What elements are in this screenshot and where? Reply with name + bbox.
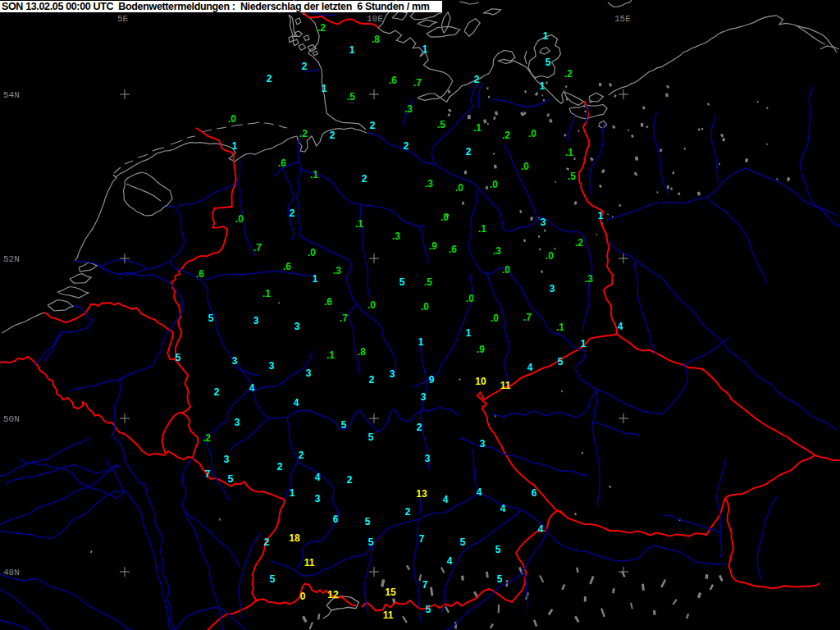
svg-text:.0: .0 [466,293,474,304]
svg-text:15: 15 [385,587,396,598]
svg-text:.5: .5 [437,119,445,130]
svg-text:2: 2 [277,461,283,472]
svg-text:.9: .9 [477,344,485,355]
svg-text:3: 3 [425,453,431,464]
svg-text:.7: .7 [253,242,262,253]
svg-text:2: 2 [347,474,353,486]
svg-text:3: 3 [232,355,238,367]
svg-text:1: 1 [418,336,424,348]
svg-text:5: 5 [176,352,181,363]
svg-text:.0: .0 [228,113,236,125]
svg-text:50N: 50N [3,414,20,424]
svg-text:3: 3 [294,321,300,332]
svg-text:5: 5 [368,536,374,548]
svg-text:3: 3 [541,217,546,228]
svg-text:.0: .0 [521,161,529,172]
svg-text:1: 1 [466,327,472,339]
svg-text:11: 11 [500,380,511,391]
svg-text:5: 5 [546,57,551,68]
svg-text:11: 11 [304,557,315,568]
svg-text:7: 7 [205,468,211,480]
svg-text:.0: .0 [528,128,536,139]
svg-text:.2: .2 [575,237,583,249]
svg-text:.1: .1 [326,349,335,361]
svg-text:3: 3 [315,493,321,504]
svg-text:.6: .6 [389,75,397,86]
svg-text:.6: .6 [283,261,291,272]
svg-text:3: 3 [390,368,395,380]
svg-text:5: 5 [497,573,503,585]
svg-text:.1: .1 [310,169,318,180]
svg-text:12: 12 [327,589,339,600]
svg-text:10E: 10E [367,14,383,24]
svg-text:2: 2 [214,386,220,398]
svg-text:2: 2 [330,130,336,141]
svg-text:5: 5 [270,573,276,585]
svg-text:.7: .7 [523,312,532,323]
svg-text:5: 5 [368,431,374,443]
svg-text:.7: .7 [340,313,348,324]
svg-text:.6: .6 [324,296,332,308]
svg-text:3: 3 [269,360,275,372]
svg-text:3: 3 [421,391,427,403]
svg-text:.5: .5 [347,91,355,103]
svg-text:4: 4 [249,382,255,394]
svg-text:4: 4 [618,321,623,332]
svg-text:4: 4 [315,472,321,483]
svg-text:2: 2 [369,374,375,386]
svg-text:.1: .1 [565,147,573,158]
svg-text:.2: .2 [203,432,211,444]
svg-text:.5: .5 [568,171,576,182]
svg-text:.0: .0 [421,301,429,313]
svg-text:1: 1 [540,80,546,92]
svg-text:.3: .3 [493,245,501,257]
svg-text:.2: .2 [502,130,510,141]
svg-text:1: 1 [598,210,604,221]
svg-text:4: 4 [294,397,299,409]
svg-text:1: 1 [349,44,355,56]
svg-text:.1: .1 [478,223,486,235]
svg-text:5: 5 [558,356,564,368]
svg-text:.0: .0 [502,264,510,276]
svg-text:7: 7 [419,533,425,545]
svg-text:.0: .0 [368,299,376,311]
svg-text:54N: 54N [3,90,20,100]
svg-text:4: 4 [447,555,453,567]
svg-text:.6: .6 [196,268,204,280]
svg-text:3: 3 [550,283,555,294]
svg-text:.1: .1 [262,288,271,299]
svg-text:.2: .2 [564,68,573,80]
svg-text:5: 5 [460,536,466,548]
svg-text:.8: .8 [358,346,366,358]
svg-text:4: 4 [443,494,449,505]
svg-text:18: 18 [289,532,300,544]
svg-text:2: 2 [417,422,422,433]
svg-text:2: 2 [264,536,270,548]
svg-text:2: 2 [299,450,304,461]
svg-text:3: 3 [235,417,240,428]
svg-text:2: 2 [474,74,480,85]
svg-text:2: 2 [362,173,368,185]
svg-text:4: 4 [477,486,482,498]
svg-text:5: 5 [495,544,501,555]
svg-text:2: 2 [404,140,409,152]
svg-text:48N: 48N [3,568,20,578]
svg-text:.1: .1 [473,122,482,134]
svg-text:5: 5 [399,276,405,288]
svg-text:.3: .3 [404,103,413,115]
svg-text:1: 1 [581,338,587,349]
svg-text:5: 5 [365,516,371,527]
svg-text:.0: .0 [308,247,316,258]
svg-text:2: 2 [466,146,472,158]
svg-text:.0: .0 [546,250,554,262]
svg-text:5: 5 [426,604,431,615]
svg-text:.0: .0 [491,313,499,324]
svg-text:.1: .1 [556,322,564,333]
svg-text:.5: .5 [424,276,432,288]
svg-text:1: 1 [232,140,238,152]
svg-text:4: 4 [500,503,506,514]
svg-text:.3: .3 [392,231,400,242]
svg-text:3: 3 [253,315,259,326]
svg-text:2: 2 [302,61,308,72]
svg-text:.3: .3 [425,178,433,189]
